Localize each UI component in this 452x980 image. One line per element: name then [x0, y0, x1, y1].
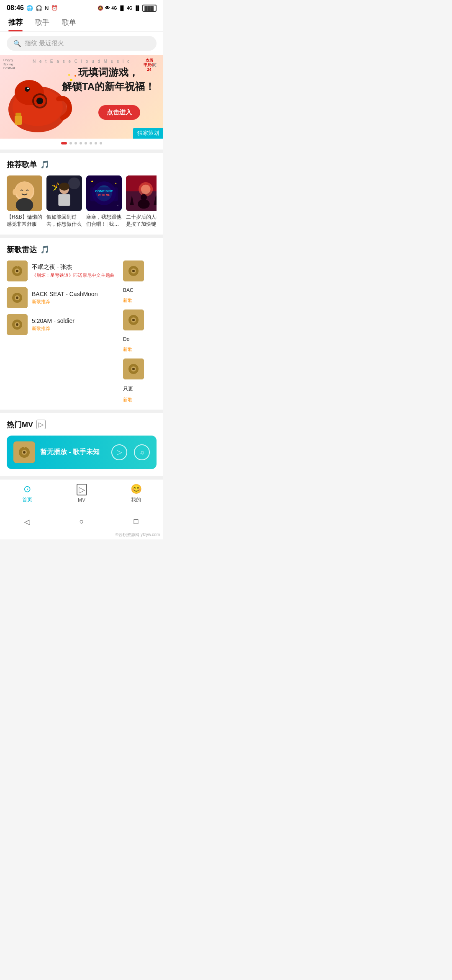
song-thumb-6: [123, 358, 144, 379]
banner-dot-4[interactable]: [80, 142, 82, 144]
music-note-icon: 🎵: [40, 160, 49, 169]
banner-dot-6[interactable]: [90, 142, 92, 144]
tab-playlist[interactable]: 歌单: [62, 18, 76, 31]
song-tag-4: 新歌: [123, 297, 132, 304]
banner-close-button[interactable]: ✕: [151, 61, 157, 70]
banner-image[interactable]: Happy Spring Festival N e t E a s e C l …: [0, 55, 163, 139]
status-bar: 08:46 🌐 🎧 N ⏰ 🔕 👁 4G ▐▌ 4G ▐▌ ▓▓▓: [0, 0, 163, 14]
signal-4g-2-icon: 4G: [127, 6, 132, 10]
svg-point-26: [58, 183, 59, 185]
svg-point-17: [13, 189, 16, 195]
sys-back-button[interactable]: ◁: [21, 516, 33, 528]
song-item-2[interactable]: BACK SEAT - CashMoon 新歌推荐: [7, 287, 119, 308]
status-right: 🔕 👁 4G ▐▌ 4G ▐▌ ▓▓▓: [98, 5, 157, 12]
nfc-icon: N: [45, 5, 49, 11]
mv-info: 暂无播放 - 歌手未知: [40, 448, 106, 456]
recommended-playlists-section: 推荐歌单 🎵: [0, 153, 163, 235]
song-info-3: 5:20AM - soldier 新歌推荐: [32, 317, 119, 332]
svg-point-53: [16, 270, 18, 272]
banner-dot-3[interactable]: [74, 142, 77, 144]
svg-point-71: [132, 319, 135, 321]
svg-rect-47: [142, 197, 146, 203]
svg-point-67: [132, 270, 135, 272]
mv-play-button[interactable]: ▷: [111, 444, 127, 460]
svg-rect-8: [15, 116, 22, 125]
song-info-1: 不眠之夜 - 张杰 《崩坏：星穹铁道》匹诺康尼中文主题曲: [32, 263, 119, 279]
banner-dot-1[interactable]: [61, 142, 67, 144]
banner-dot-7[interactable]: [95, 142, 97, 144]
tab-artist[interactable]: 歌手: [35, 18, 49, 31]
song-item-5[interactable]: Do 新歌: [123, 309, 157, 353]
song-tag-5: 新歌: [123, 346, 132, 353]
svg-point-4: [27, 88, 29, 89]
song-item-4[interactable]: BAC 新歌: [123, 260, 157, 304]
svg-point-63: [16, 323, 18, 326]
playlist-cover-4: [126, 175, 157, 211]
mv-controls: ▷ ♫: [111, 444, 150, 460]
home-icon: ⊙: [23, 484, 31, 495]
cover-art-1: [7, 175, 42, 211]
recommended-title: 推荐歌单: [7, 160, 37, 170]
svg-point-38: [115, 183, 116, 184]
nav-mv-label: MV: [78, 497, 85, 503]
mv-icon: ▷: [77, 484, 87, 495]
svg-point-3: [25, 87, 30, 92]
new-songs-title: 新歌雷达: [7, 245, 37, 255]
nav-home-label: 首页: [22, 496, 32, 503]
song-item-1[interactable]: 不眠之夜 - 张杰 《崩坏：星穹铁道》匹诺康尼中文主题曲: [7, 260, 119, 281]
nav-home[interactable]: ⊙ 首页: [0, 484, 54, 503]
video-icon: ▷: [36, 420, 46, 429]
song-item-3[interactable]: 5:20AM - soldier 新歌推荐: [7, 314, 119, 335]
playlist-item-3[interactable]: COME SINE WITH ME 麻麻，我想跟他们合唱！| 我想和…: [86, 175, 122, 228]
svg-rect-9: [15, 113, 21, 116]
tab-recommend[interactable]: 推荐: [8, 18, 23, 31]
new-songs-right-col: BAC 新歌 Do 新歌: [123, 260, 157, 403]
banner-line2: 解锁TA的新年祝福！: [62, 80, 155, 94]
banner-cta-button[interactable]: 点击进入: [98, 105, 140, 120]
signal-bars-icon: ▐▌: [119, 5, 126, 10]
svg-point-16: [16, 182, 33, 199]
sys-recents-button[interactable]: □: [130, 516, 142, 528]
cover-art-3: COME SINE WITH ME: [86, 175, 122, 211]
playlist-item-2[interactable]: 假如能回到过去，你想做什么: [46, 175, 82, 228]
mv-now-playing: 暂无播放 - 歌手未知: [40, 448, 106, 456]
section-header-mv: 热门MV ▷: [7, 420, 157, 430]
nav-profile[interactable]: 😊 我的: [109, 484, 163, 503]
divider-1: [0, 150, 163, 153]
song-name-1: 不眠之夜 - 张杰: [32, 263, 119, 271]
song-item-6[interactable]: 只更 新歌: [123, 358, 157, 403]
playlist-item-1[interactable]: 【R&B】慵懒的感觉非常舒服: [7, 175, 42, 228]
search-placeholder: 指纹 最近很火: [25, 39, 64, 47]
banner-dot-8[interactable]: [100, 142, 102, 144]
mv-playlist-button[interactable]: ♫: [134, 444, 150, 460]
song-thumb-3: [7, 314, 28, 335]
song-name-6: 只更: [123, 385, 133, 392]
nav-mv[interactable]: ▷ MV: [54, 484, 109, 503]
sys-home-button[interactable]: ○: [76, 516, 87, 528]
top-tabs: 推荐 歌手 歌单: [0, 14, 163, 32]
playlist-cover-2: [46, 175, 82, 211]
nav-profile-label: 我的: [131, 496, 141, 503]
playlist-title-3: 麻麻，我想跟他们合唱！| 我想和…: [86, 214, 122, 228]
music-eighth-note-icon: 🎵: [40, 245, 49, 254]
svg-text:WITH ME: WITH ME: [98, 193, 110, 196]
signal-4g-1-icon: 4G: [111, 6, 117, 10]
banner-dot-2[interactable]: [69, 142, 72, 144]
song-tag-3: 新歌推荐: [32, 325, 119, 332]
playlist-item-4[interactable]: 二十岁后的人生是按了加快键: [126, 175, 157, 228]
song-thumb-5: [123, 309, 144, 330]
banner-netease-text: N e t E a s e C l o u d M u s i c: [33, 59, 131, 64]
footer-note: ©云积资源网 yfzyw.com: [0, 531, 163, 539]
song-info-2: BACK SEAT - CashMoon 新歌推荐: [32, 291, 119, 305]
svg-point-59: [16, 297, 18, 299]
playlist-title-1: 【R&B】慵懒的感觉非常舒服: [7, 214, 42, 228]
banner-dot-5[interactable]: [85, 142, 87, 144]
new-songs-grid: 不眠之夜 - 张杰 《崩坏：星穹铁道》匹诺康尼中文主题曲 BACK SEAT -…: [7, 260, 157, 403]
search-input[interactable]: 🔍 指纹 最近很火: [7, 36, 157, 51]
song-thumb-1: [7, 260, 28, 281]
mv-player[interactable]: 暂无播放 - 歌手未知 ▷ ♫: [7, 436, 157, 469]
svg-point-7: [36, 98, 43, 104]
globe-icon: 🌐: [26, 5, 33, 11]
song-name-4: BAC: [123, 287, 134, 293]
camera-icon: 👁: [105, 5, 110, 10]
